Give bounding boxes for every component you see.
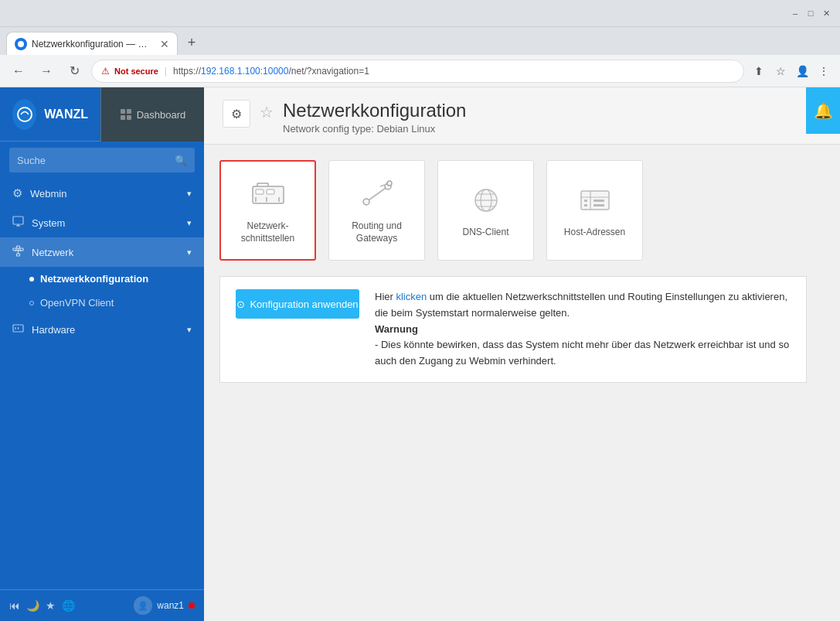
webmin-icon: ⚙	[12, 186, 22, 200]
url-warning-text: Not secure	[114, 67, 158, 76]
globe-icon[interactable]: 🌐	[62, 599, 75, 612]
address-bar-actions: ⬆ ☆ 👤 ⋮	[750, 63, 832, 80]
sidebar-item-webmin-label: Webmin	[30, 188, 66, 200]
info-click-link[interactable]: klicken	[396, 291, 427, 302]
search-input-wrapper[interactable]: Suche 🔍	[9, 148, 195, 172]
svg-point-33	[387, 181, 392, 186]
page-title: Netzwerkkonfiguration	[283, 100, 821, 121]
active-dot-icon	[29, 277, 34, 281]
info-text-part2: um die aktuellen Netzwerkschnittstellen …	[375, 291, 787, 319]
user-info: 👤 wanz1	[134, 596, 195, 615]
card-host-adressen-label: Host-Adressen	[564, 227, 625, 239]
back-button[interactable]: ←	[8, 60, 29, 82]
close-button[interactable]: ✕	[820, 7, 832, 19]
dashboard-icon	[120, 108, 132, 121]
svg-rect-3	[127, 109, 131, 114]
dns-client-icon	[468, 182, 505, 219]
search-placeholder: Suche	[17, 155, 46, 166]
svg-rect-43	[593, 200, 604, 202]
card-netzwerkschnittstellen-label: Netzwerk-schnittstellen	[229, 220, 307, 244]
netzwerk-icon	[12, 245, 24, 259]
info-text-part1: Hier	[375, 291, 396, 302]
svg-rect-12	[17, 254, 20, 256]
card-host-adressen[interactable]: Host-Adressen	[546, 160, 643, 261]
webmin-arrow-icon: ▾	[187, 189, 192, 199]
dashboard-label: Dashboard	[137, 109, 186, 121]
url-text: https://192.168.1.100:10000/net/?xnaviga…	[173, 66, 369, 77]
sidebar-subitem-openvpn[interactable]: OpenVPN Client	[0, 291, 204, 315]
card-netzwerkschnittstellen[interactable]: Netzwerk-schnittstellen	[219, 160, 316, 261]
url-host: 192.168.1.100:10000	[201, 66, 288, 77]
sidebar-item-system[interactable]: System ▾	[0, 208, 204, 237]
sidebar-item-hardware[interactable]: Hardware ▾	[0, 315, 204, 344]
share-icon[interactable]: ⬆	[750, 63, 767, 80]
search-icon: 🔍	[175, 155, 187, 166]
svg-rect-10	[17, 246, 20, 248]
settings-button[interactable]: ⚙	[223, 100, 250, 128]
tab-favicon	[15, 38, 27, 50]
active-tab[interactable]: Netzwerkkonfiguration — WANZ ✕	[6, 32, 178, 55]
url-bar[interactable]: ⚠ Not secure | https://192.168.1.100:100…	[91, 60, 744, 83]
new-tab-button[interactable]: +	[181, 32, 202, 53]
svg-point-1	[18, 107, 32, 121]
url-protocol: https://	[173, 66, 201, 77]
svg-rect-21	[256, 189, 264, 194]
warning-text: - Dies könnte bewirken, dass das System …	[375, 339, 789, 367]
svg-rect-22	[267, 189, 274, 194]
svg-rect-6	[13, 217, 23, 224]
card-dns-client[interactable]: DNS-Client	[437, 160, 534, 261]
apply-config-label: Konfiguration anwenden	[250, 299, 358, 310]
svg-rect-2	[121, 109, 125, 114]
notification-bell-icon: 🔔	[814, 101, 833, 120]
sidebar-subitem-openvpn-label: OpenVPN Client	[40, 297, 114, 309]
notification-button[interactable]: 🔔	[806, 87, 840, 134]
warning-label: Warnung	[375, 323, 418, 335]
dashboard-tab[interactable]: Dashboard	[100, 87, 204, 142]
module-cards-grid: Netzwerk-schnittstellen	[219, 160, 825, 261]
netzwerk-arrow-icon: ▾	[187, 247, 192, 258]
svg-rect-4	[121, 115, 125, 120]
svg-line-29	[366, 186, 388, 202]
system-arrow-icon: ▾	[187, 218, 192, 228]
maximize-button[interactable]: □	[804, 7, 817, 19]
sidebar-subitem-netzwerkkonfiguration[interactable]: Netzwerkkonfiguration	[0, 267, 204, 291]
app-container: WANZL Dashboard Suche 🔍	[0, 87, 840, 621]
sidebar: WANZL Dashboard Suche 🔍	[0, 87, 204, 621]
content-body: Netzwerk-schnittstellen	[204, 145, 840, 621]
minimize-button[interactable]: –	[789, 7, 801, 19]
svg-point-0	[18, 41, 24, 47]
username-label: wanz1	[157, 600, 184, 611]
reload-button[interactable]: ↻	[63, 60, 85, 82]
bookmark-icon[interactable]: ☆	[772, 63, 789, 80]
settings-gear-icon: ⚙	[231, 107, 242, 121]
tab-bar: Netzwerkkonfiguration — WANZ ✕ +	[0, 27, 840, 55]
header-title-area: Netzwerkkonfiguration Network config typ…	[283, 100, 821, 135]
card-routing-gateways[interactable]: Routing und Gateways	[328, 160, 425, 261]
tab-close-button[interactable]: ✕	[160, 38, 169, 50]
sidebar-item-netzwerk[interactable]: Netzwerk ▾	[0, 237, 204, 267]
favorite-star-icon[interactable]: ☆	[260, 103, 274, 121]
host-adressen-icon	[576, 182, 614, 219]
notification-dot	[189, 602, 195, 609]
sidebar-header-row: WANZL Dashboard	[0, 87, 204, 142]
forward-button[interactable]: →	[36, 60, 57, 82]
info-text-area: Hier klicken um die aktuellen Netzwerksc…	[375, 289, 791, 370]
window-controls: – □ ✕	[789, 7, 832, 19]
system-icon	[12, 216, 24, 230]
sidebar-item-webmin[interactable]: ⚙ Webmin ▾	[0, 179, 204, 208]
apply-config-button[interactable]: ⊙ Konfiguration anwenden	[236, 289, 359, 319]
url-path: /net/?xnavigation=1	[288, 66, 369, 77]
sidebar-footer: ⏮ 🌙 ★ 🌐 👤 wanz1	[0, 589, 204, 621]
star-footer-icon[interactable]: ★	[46, 599, 56, 612]
sidebar-logo-area: WANZL	[0, 87, 100, 142]
card-dns-client-label: DNS-Client	[462, 227, 508, 239]
moon-icon[interactable]: 🌙	[26, 599, 39, 612]
profile-icon[interactable]: 👤	[794, 63, 811, 80]
first-icon[interactable]: ⏮	[9, 599, 20, 612]
sidebar-item-system-label: System	[32, 217, 65, 229]
browser-frame: – □ ✕ Netzwerkkonfiguration — WANZ ✕ + ←…	[0, 0, 840, 621]
brand-logo	[12, 99, 36, 130]
menu-icon[interactable]: ⋮	[815, 63, 832, 80]
card-routing-gateways-label: Routing und Gateways	[337, 220, 417, 244]
search-bar-container: Suche 🔍	[0, 142, 204, 179]
